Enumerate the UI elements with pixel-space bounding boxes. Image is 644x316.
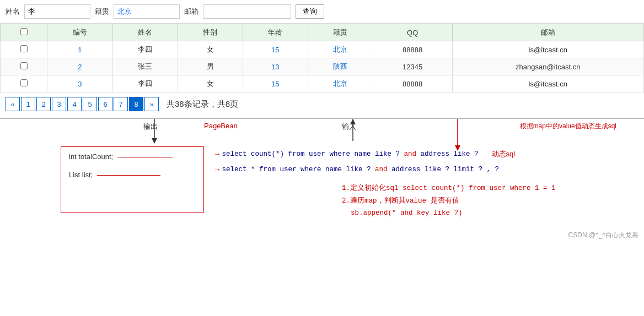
sql2-text: select * from user where name like ? and… [222,163,499,177]
page-btn-8[interactable]: 8 [129,97,143,111]
row-id: 1 [47,41,112,58]
row-email: ls@itcast.cn [452,75,644,92]
page-btn-6[interactable]: 6 [98,97,112,111]
field-total-count-line [117,157,173,157]
field-total-count: int totalCount; [69,152,196,161]
origin-label: 籍贯 [95,7,109,17]
step-3: sb.append(" and key like ?) [351,207,556,220]
name-label: 姓名 [6,7,20,17]
pagebean-box: int totalCount; List list; [61,146,204,213]
row-gender: 男 [178,58,243,75]
header-id: 编号 [47,24,112,41]
pagebean-center-label: PageBean [204,122,238,130]
sql1-text: select count(*) from user where name lik… [222,148,478,161]
header-gender: 性别 [178,24,243,41]
field-list-line [97,175,160,176]
row-name: 张三 [112,58,178,75]
row-gender: 女 [178,75,243,92]
data-table: 编号 姓名 性别 年龄 籍贯 QQ 邮箱 1 李四 女 15 北京 88888 … [0,24,644,92]
header-age: 年龄 [243,24,308,41]
table-row: 3 李四 女 15 北京 88888 ls@itcast.cn [1,75,644,92]
dynamic-sql-label: 动态sql [492,147,516,161]
arrow-icon-1: → [215,146,219,162]
sql1-arrow: → select count(*) from user where name l… [215,146,515,162]
row-checkbox[interactable] [1,75,47,92]
row-checkbox[interactable] [1,41,47,58]
row-qq: 88888 [373,41,452,58]
page-btn-7[interactable]: 7 [114,97,128,111]
steps-area: 1.定义初始化sql select count(*) from user whe… [342,182,556,220]
row-checkbox[interactable] [1,58,47,75]
row-origin: 陕西 [308,58,373,75]
search-bar: 姓名 籍贯 邮箱 查询 [0,0,644,24]
origin-input[interactable] [114,4,180,19]
row-id: 2 [47,58,112,75]
output-label: 输出 [143,122,158,132]
upper-section: 姓名 籍贯 邮箱 查询 编号 姓名 性别 年龄 籍贯 QQ 邮箱 [0,0,644,116]
table-header-row: 编号 姓名 性别 年龄 籍贯 QQ 邮箱 [1,24,644,41]
page-btn-3[interactable]: 3 [52,97,66,111]
dynamic-sql-top-label: 根据map中的value值动态生成sql [520,122,616,131]
field-total-count-text: int totalCount; [69,152,113,161]
pagination-area: « 1 2 3 4 5 6 7 8 » 共38条记录，共8页 [0,92,644,116]
row-gender: 女 [178,41,243,58]
row-name: 李四 [112,41,178,58]
page-btn-5[interactable]: 5 [83,97,97,111]
table-body: 1 李四 女 15 北京 88888 ls@itcast.cn 2 张三 男 1… [1,41,644,92]
header-email: 邮箱 [452,24,644,41]
attribution: CSDN @^_^白心火龙果 [568,231,638,240]
table-row: 2 张三 男 13 陕西 12345 zhangsan@itcast.cn [1,58,644,75]
row-origin: 北京 [308,75,373,92]
select-all-checkbox[interactable] [20,28,28,35]
row-origin: 北京 [308,41,373,58]
header-qq: QQ [373,24,452,41]
header-origin: 籍贯 [308,24,373,41]
input-label: 输入 [342,122,356,132]
row-age: 15 [243,41,308,58]
search-button[interactable]: 查询 [296,4,324,19]
row-qq: 12345 [373,58,452,75]
field-list: List list; [69,171,196,179]
sql-area: → select count(*) from user where name l… [215,146,515,177]
page-btn-2[interactable]: 2 [36,97,51,111]
page-btn-4[interactable]: 4 [67,97,82,111]
page-root: 姓名 籍贯 邮箱 查询 编号 姓名 性别 年龄 籍贯 QQ 邮箱 [0,0,644,316]
next-page-button[interactable]: » [144,97,159,111]
arrow-icon-2: → [215,162,219,177]
step-2: 2.遍历map，判断其value 是否有值 [342,195,556,208]
row-id: 3 [47,75,112,92]
field-list-text: List list; [69,171,93,179]
table-row: 1 李四 女 15 北京 88888 ls@itcast.cn [1,41,644,58]
email-label: 邮箱 [184,7,198,17]
row-name: 李四 [112,75,178,92]
prev-page-button[interactable]: « [6,97,20,111]
row-age: 13 [243,58,308,75]
row-age: 15 [243,75,308,92]
row-email: zhangsan@itcast.cn [452,58,644,75]
row-qq: 88888 [373,75,452,92]
page-info: 共38条记录，共8页 [167,99,238,110]
page-btn-1[interactable]: 1 [21,97,35,111]
header-name: 姓名 [112,24,178,41]
sql2-arrow: → select * from user where name like ? a… [215,162,515,177]
step-1: 1.定义初始化sql select count(*) from user whe… [342,182,556,195]
diagram-section: 输出 PageBean 输入 根据map中的value值动态生成sql int … [0,118,644,242]
row-email: ls@itcast.cn [452,41,644,58]
header-checkbox [1,24,47,41]
name-input[interactable] [24,4,90,19]
email-input[interactable] [203,4,291,19]
svg-marker-1 [152,138,157,144]
